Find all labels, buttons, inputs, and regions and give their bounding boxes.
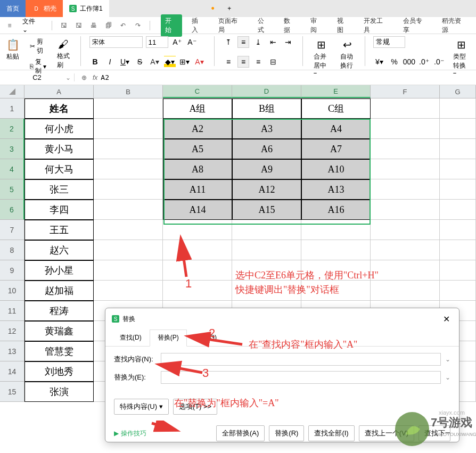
row-header[interactable]: 12 — [0, 321, 24, 341]
cell-A3[interactable]: 黄小马 — [24, 139, 94, 159]
replace-dropdown-icon[interactable]: ⌄ — [445, 374, 450, 381]
row-header[interactable]: 14 — [0, 361, 24, 382]
cell-A6[interactable]: 李四 — [24, 200, 94, 220]
row-header[interactable]: 7 — [0, 220, 24, 240]
cell-E7[interactable] — [301, 220, 371, 240]
italic-button[interactable]: I — [104, 56, 116, 68]
find-all-button[interactable]: 查找全部(I) — [308, 425, 354, 441]
cell-reference-input[interactable] — [19, 73, 56, 81]
cell-G8[interactable] — [440, 240, 476, 260]
col-header-b[interactable]: B — [94, 85, 163, 98]
cell-C6[interactable]: A14 — [163, 200, 232, 220]
align-right-button[interactable]: ≡ — [252, 56, 264, 68]
cell-B2[interactable] — [94, 119, 163, 139]
name-box[interactable]: ⌄ — [0, 73, 75, 81]
select-all-corner[interactable] — [0, 85, 24, 98]
cell-G1[interactable] — [440, 98, 476, 119]
cell-A9[interactable]: 孙小星 — [24, 260, 94, 281]
print-preview-icon[interactable]: 🗐 — [103, 20, 114, 31]
cell-E1[interactable]: C组 — [301, 98, 371, 119]
cell-A7[interactable]: 王五 — [24, 220, 94, 240]
cell-F7[interactable] — [371, 220, 440, 240]
underline-button[interactable]: U▾ — [119, 56, 131, 68]
cell-A5[interactable]: 张三 — [24, 179, 94, 200]
ribbon-tab-formulas[interactable]: 公式 — [253, 14, 275, 37]
cell-B9[interactable] — [94, 260, 163, 281]
cell-E6[interactable]: A16 — [301, 200, 371, 220]
cell-F10[interactable] — [371, 281, 440, 301]
cell-F9[interactable] — [371, 260, 440, 281]
ribbon-tab-insert[interactable]: 插入 — [187, 14, 209, 37]
currency-button[interactable]: ¥▾ — [373, 56, 385, 68]
ribbon-tab-dev[interactable]: 开发工具 — [359, 14, 393, 37]
merge-split-button[interactable]: ⊟ — [267, 56, 279, 68]
cell-B4[interactable] — [94, 159, 163, 179]
hamburger-icon[interactable]: ≡ — [4, 20, 15, 31]
cell-F5[interactable] — [371, 179, 440, 200]
chevron-down-icon[interactable]: ⌄ — [65, 74, 71, 81]
comma-button[interactable]: 000 — [403, 56, 415, 68]
cell-E8[interactable] — [301, 240, 371, 260]
cell-C3[interactable]: A5 — [163, 139, 232, 159]
cell-B3[interactable] — [94, 139, 163, 159]
cell-A14[interactable]: 刘地秀 — [24, 361, 94, 382]
ribbon-tab-layout[interactable]: 页面布局 — [214, 14, 248, 37]
strikethrough-button[interactable]: S — [134, 56, 146, 68]
row-header[interactable]: 9 — [0, 260, 24, 281]
fill-color-button[interactable]: ◆▾ — [164, 56, 176, 68]
cell-A4[interactable]: 何大马 — [24, 159, 94, 179]
increase-decimal-button[interactable]: .0⁺ — [418, 56, 430, 68]
replace-all-button[interactable]: 全部替换(A) — [216, 425, 265, 441]
cell-E2[interactable]: A4 — [301, 119, 371, 139]
number-format-select[interactable] — [373, 36, 405, 48]
indent-decrease-button[interactable]: ⇤ — [267, 36, 279, 48]
row-header[interactable]: 10 — [0, 281, 24, 301]
cell-A11[interactable]: 程涛 — [24, 301, 94, 321]
font-size-select[interactable] — [146, 36, 168, 48]
col-header-d[interactable]: D — [232, 85, 301, 98]
cell-D6[interactable]: A15 — [232, 200, 301, 220]
dialog-tab-replace[interactable]: 替换(P) — [150, 330, 187, 347]
cell-B1[interactable] — [94, 98, 163, 119]
cell-B10[interactable] — [94, 281, 163, 301]
operation-tips-link[interactable]: ▶ 操作技巧 — [114, 429, 146, 438]
cell-G6[interactable] — [440, 200, 476, 220]
cell-D8[interactable] — [232, 240, 301, 260]
special-content-button[interactable]: 特殊内容(U) ▾ — [114, 399, 169, 415]
cell-C2[interactable]: A2 — [163, 119, 232, 139]
cell-D3[interactable]: A6 — [232, 139, 301, 159]
cell-C4[interactable]: A8 — [163, 159, 232, 179]
row-header[interactable]: 6 — [0, 200, 24, 220]
cell-G10[interactable] — [440, 281, 476, 301]
type-convert-button[interactable]: ⊞ 类型转换 ▾ — [451, 36, 472, 68]
cut-button[interactable]: ✂剪切 — [28, 36, 48, 56]
cell-A15[interactable]: 张演 — [24, 382, 94, 402]
cell-G3[interactable] — [440, 139, 476, 159]
row-header[interactable]: 5 — [0, 179, 24, 200]
cell-G9[interactable] — [440, 260, 476, 281]
cell-C10[interactable] — [163, 281, 232, 301]
cell-G2[interactable] — [440, 119, 476, 139]
cell-B5[interactable] — [94, 179, 163, 200]
find-dropdown-icon[interactable]: ⌄ — [445, 356, 450, 363]
merge-center-button[interactable]: ⊞ 合并居中 ▾ — [311, 36, 332, 68]
align-bottom-button[interactable]: ⤓ — [252, 36, 264, 48]
zoom-icon[interactable]: ⊕ — [79, 72, 89, 83]
row-header[interactable]: 2 — [0, 119, 24, 139]
cell-D5[interactable]: A12 — [232, 179, 301, 200]
row-header[interactable]: 1 — [0, 98, 24, 119]
dialog-tab-goto[interactable]: 定位(G) — [187, 330, 225, 346]
cell-E3[interactable]: A7 — [301, 139, 371, 159]
ribbon-tab-vip[interactable]: 会员专享 — [399, 14, 433, 37]
cell-F6[interactable] — [371, 200, 440, 220]
cell-D7[interactable] — [232, 220, 301, 240]
col-header-f[interactable]: F — [371, 85, 440, 98]
align-middle-button[interactable]: ≡ — [237, 36, 249, 48]
ribbon-tab-data[interactable]: 数据 — [280, 14, 301, 37]
save-icon[interactable]: 🖫 — [59, 20, 69, 31]
cell-A2[interactable]: 何小虎 — [24, 119, 94, 139]
save-as-icon[interactable]: 🖫 — [73, 20, 84, 31]
fx-icon[interactable]: fx — [93, 74, 97, 81]
find-input[interactable] — [161, 353, 441, 366]
cell-C1[interactable]: A组 — [163, 98, 232, 119]
